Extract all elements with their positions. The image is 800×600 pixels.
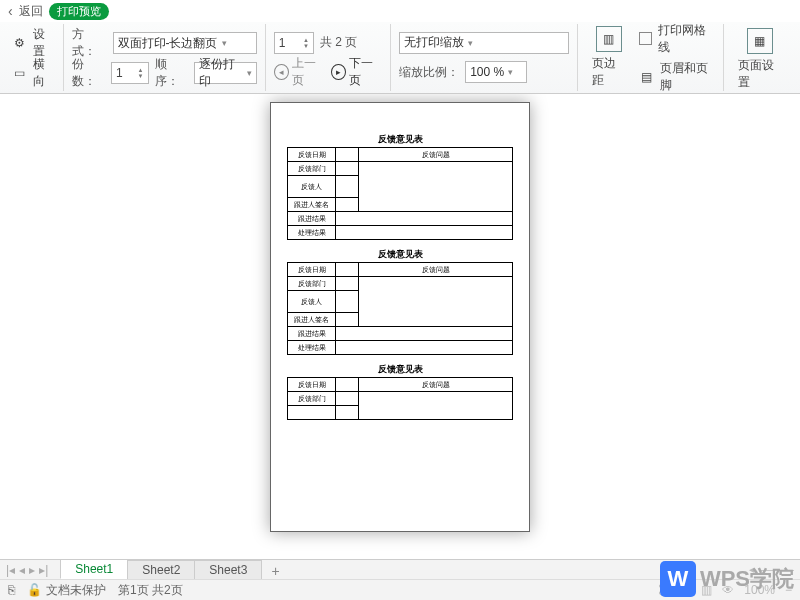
doc-icon: ⎘ — [8, 583, 15, 597]
landscape-label[interactable]: 横向 — [33, 56, 55, 90]
tab-sheet3[interactable]: Sheet3 — [194, 560, 262, 579]
form-table: 反馈日期反馈问题 反馈部门 — [287, 377, 513, 420]
preview-canvas: 反馈意见表 反馈日期反馈问题 反馈部门 反馈人 跟进人签名 跟进结果 处理结果 … — [0, 94, 800, 559]
form-title: 反馈意见表 — [287, 133, 513, 146]
headerfooter-button[interactable]: ▤页眉和页脚 — [639, 62, 715, 92]
page-setup-button[interactable]: ▦页面设置 — [732, 28, 788, 91]
page-spin[interactable]: 1▲▼ — [274, 32, 314, 54]
prev-sheet-icon[interactable]: ◂ — [19, 563, 25, 577]
last-sheet-icon[interactable]: ▸| — [39, 563, 48, 577]
page-total: 共 2 页 — [320, 34, 357, 51]
form-title: 反馈意见表 — [287, 248, 513, 261]
margins-button[interactable]: ▥页边距 — [586, 26, 631, 89]
prev-page-button: ◂上一页 — [274, 55, 325, 89]
first-sheet-icon[interactable]: |◂ — [6, 563, 15, 577]
chevron-down-icon: ▾ — [468, 38, 473, 48]
tab-sheet2[interactable]: Sheet2 — [127, 560, 195, 579]
page-preview: 反馈意见表 反馈日期反馈问题 反馈部门 反馈人 跟进人签名 跟进结果 处理结果 … — [270, 102, 530, 532]
margins-icon: ▥ — [596, 26, 622, 52]
arrow-right-icon: ▸ — [331, 64, 346, 80]
next-page-button[interactable]: ▸下一页 — [331, 55, 382, 89]
settings-label[interactable]: 设置 — [33, 26, 55, 60]
landscape-icon: ▭ — [12, 65, 27, 81]
chevron-down-icon: ▾ — [508, 67, 513, 77]
page-status: 第1页 共2页 — [118, 582, 183, 599]
back-label[interactable]: 返回 — [19, 3, 43, 20]
zoom-label: 缩放比例： — [399, 64, 459, 81]
chevron-down-icon: ▾ — [222, 38, 227, 48]
back-arrow-icon[interactable]: ‹ — [8, 3, 13, 19]
zoom-value-combo[interactable]: 100 %▾ — [465, 61, 527, 83]
form-table: 反馈日期反馈问题 反馈部门 反馈人 跟进人签名 跟进结果 处理结果 — [287, 147, 513, 240]
headerfooter-icon: ▤ — [639, 69, 654, 85]
print-mode-combo[interactable]: 双面打印-长边翻页▾ — [113, 32, 257, 54]
copies-spin[interactable]: 1▲▼ — [111, 62, 149, 84]
protect-status: 🔓文档未保护 — [27, 582, 106, 599]
form-title: 反馈意见表 — [287, 363, 513, 376]
wps-logo-icon: W — [660, 561, 696, 597]
settings-icon: ⚙ — [12, 35, 27, 51]
mode-label: 方式： — [72, 26, 107, 60]
checkbox-icon — [639, 32, 651, 45]
gridlines-checkbox[interactable]: 打印网格线 — [639, 24, 715, 54]
wps-watermark: W WPS学院 — [660, 561, 794, 597]
tab-sheet1[interactable]: Sheet1 — [60, 559, 128, 579]
copies-label: 份数： — [72, 56, 105, 90]
page-setup-icon: ▦ — [747, 28, 773, 54]
chevron-down-icon: ▾ — [247, 68, 252, 78]
next-sheet-icon[interactable]: ▸ — [29, 563, 35, 577]
print-preview-badge: 打印预览 — [49, 3, 109, 20]
order-combo[interactable]: 逐份打印▾ — [194, 62, 257, 84]
ribbon: ⚙设置 ▭横向 方式： 双面打印-长边翻页▾ 份数： 1▲▼ 顺序： 逐份打印▾… — [0, 22, 800, 94]
form-table: 反馈日期反馈问题 反馈部门 反馈人 跟进人签名 跟进结果 处理结果 — [287, 262, 513, 355]
order-label: 顺序： — [155, 56, 188, 90]
add-sheet-button[interactable]: + — [261, 563, 289, 579]
arrow-left-icon: ◂ — [274, 64, 289, 80]
zoom-mode-combo[interactable]: 无打印缩放▾ — [399, 32, 569, 54]
